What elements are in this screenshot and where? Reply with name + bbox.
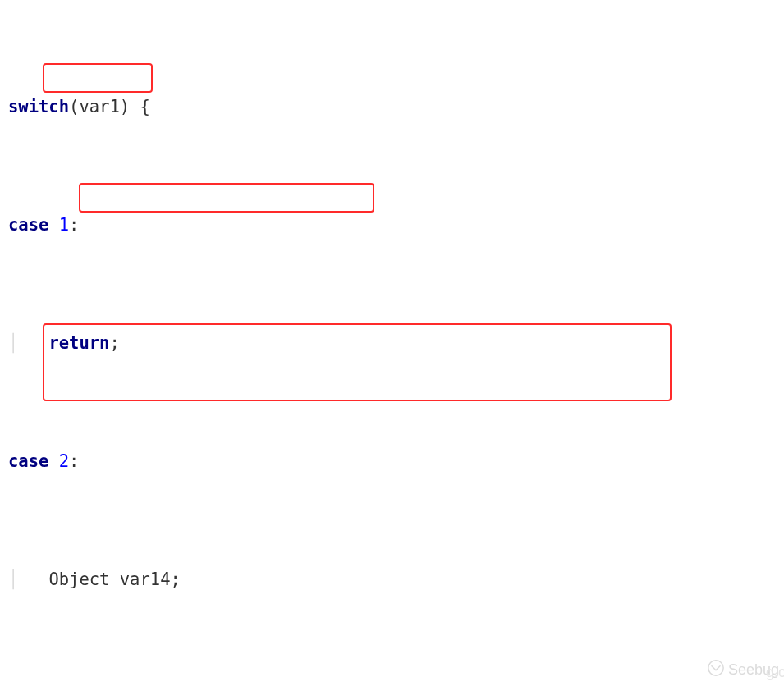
code-line: case 1: (8, 210, 777, 240)
keyword-switch: switch (8, 97, 69, 117)
highlight-box (79, 183, 374, 213)
keyword-case: case (8, 215, 48, 235)
code-viewer: switch(var1) { case 1: │ return; case 2:… (0, 0, 784, 686)
code-line: case 2: (8, 446, 777, 476)
highlight-box (43, 63, 153, 93)
keyword-case: case (8, 451, 48, 471)
code-line: │ return; (8, 328, 777, 358)
code-line: switch(var1) { (8, 92, 777, 121)
code-line: │ try { (8, 683, 777, 686)
code-line: │ Object var14; (8, 565, 777, 594)
keyword-return: return (48, 333, 109, 353)
